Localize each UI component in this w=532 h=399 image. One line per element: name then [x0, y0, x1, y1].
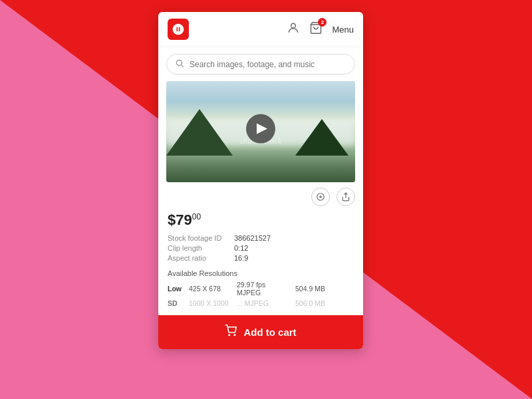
search-svg	[175, 59, 184, 68]
play-triangle-icon	[257, 124, 267, 134]
detail-label-aspect: Aspect ratio	[168, 254, 234, 262]
cart-icon[interactable]: 2	[309, 21, 323, 38]
res-quality-low: Low	[168, 285, 184, 293]
svg-point-0	[291, 23, 296, 28]
detail-row-id: Stock footage ID 386621527	[168, 234, 354, 242]
detail-label-length: Clip length	[168, 244, 234, 252]
res-size-low: 504.9 MB	[295, 285, 325, 293]
res-fps-low: 29.97 fps MJPEG	[237, 281, 290, 297]
cart-icon-svg	[225, 325, 237, 336]
detail-row-length: Clip length 0:12	[168, 244, 354, 252]
svg-line-3	[182, 65, 184, 67]
res-dims-low: 425 X 678	[189, 285, 231, 293]
add-to-cart-label: Add to cart	[243, 327, 296, 338]
product-card: 2 Menu shutterstock	[158, 12, 363, 349]
header: 2 Menu	[158, 12, 363, 47]
res-quality-sd: SD	[168, 299, 184, 307]
share-button[interactable]	[336, 188, 355, 206]
price-section: $7900	[158, 209, 363, 234]
action-icons	[158, 182, 363, 209]
detail-row-aspect: Aspect ratio 16:9	[168, 254, 354, 262]
svg-point-2	[176, 60, 182, 65]
res-fps-sd: ... MJPEG	[237, 299, 290, 307]
resolutions-title: Available Resolutions	[168, 269, 354, 277]
detail-value-length: 0:12	[234, 244, 248, 252]
share-icon	[341, 192, 350, 201]
resolution-row-low: Low 425 X 678 29.97 fps MJPEG 504.9 MB	[168, 281, 354, 297]
add-to-collection-button[interactable]	[311, 188, 330, 206]
menu-label[interactable]: Menu	[332, 25, 354, 35]
detail-label-id: Stock footage ID	[168, 234, 234, 242]
price: $7900	[168, 211, 354, 229]
logo[interactable]	[168, 19, 189, 40]
plus-circle-icon	[316, 192, 325, 201]
cart-button-icon	[225, 325, 237, 340]
res-dims-sd: 1000 X 1000	[189, 299, 231, 307]
details-section: Stock footage ID 386621527 Clip length 0…	[158, 234, 363, 269]
price-cents: 00	[192, 212, 201, 221]
resolution-row-sd: SD 1000 X 1000 ... MJPEG 506.0 MB	[168, 299, 354, 307]
play-button[interactable]	[246, 114, 275, 144]
header-right: 2 Menu	[287, 21, 354, 38]
price-whole: $79	[168, 211, 192, 228]
video-thumbnail: shutterstock	[166, 81, 355, 182]
resolutions-section: Available Resolutions Low 425 X 678 29.9…	[158, 269, 363, 315]
detail-value-id: 386621527	[234, 234, 271, 242]
logo-icon	[172, 23, 185, 36]
res-size-sd: 506.0 MB	[295, 299, 325, 307]
search-bar[interactable]	[166, 54, 355, 74]
search-icon	[175, 59, 184, 70]
cart-badge: 2	[318, 18, 327, 27]
add-to-cart-button[interactable]: Add to cart	[158, 315, 363, 349]
search-input[interactable]	[190, 60, 346, 69]
svg-point-8	[229, 334, 230, 336]
svg-point-9	[235, 334, 236, 336]
user-svg	[287, 21, 300, 35]
user-icon[interactable]	[287, 21, 300, 38]
detail-value-aspect: 16:9	[234, 254, 248, 262]
